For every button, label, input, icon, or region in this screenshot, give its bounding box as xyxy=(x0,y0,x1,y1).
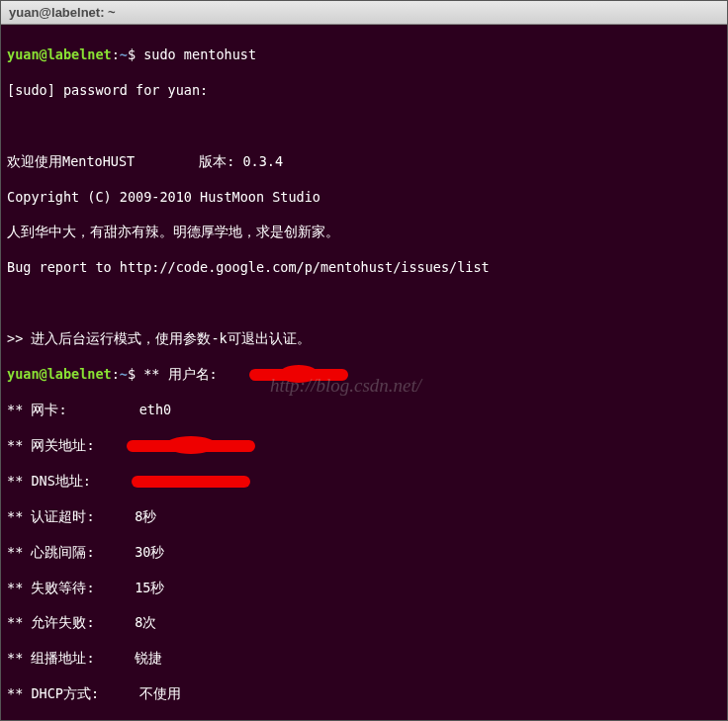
titlebar[interactable]: yuan@labelnet: ~ xyxy=(1,1,727,25)
failwait-value: 15秒 xyxy=(135,580,164,595)
nic-value: eth0 xyxy=(139,402,172,417)
window-title: yuan@labelnet: ~ xyxy=(9,5,116,20)
redacted-gateway xyxy=(127,440,255,452)
sudo-prompt: [sudo] password for yuan: xyxy=(7,82,721,100)
version-text: 版本: 0.3.4 xyxy=(199,153,283,169)
allowfail-value: 8次 xyxy=(135,614,156,630)
heartbeat-value: 30秒 xyxy=(135,544,164,560)
allowfail-label: ** 允许失败: xyxy=(7,614,95,630)
redacted-dns xyxy=(132,476,250,488)
nic-label: ** 网卡: xyxy=(7,402,67,417)
timeout-value: 8秒 xyxy=(135,508,156,524)
dhcp-value: 不使用 xyxy=(139,685,181,701)
welcome-text: 欢迎使用MentoHUST xyxy=(7,153,135,169)
copyright-text: Copyright (C) 2009-2010 HustMoon Studio xyxy=(7,189,721,207)
background-mode-text: >> 进入后台运行模式，使用参数-k可退出认证。 xyxy=(7,330,721,348)
terminal-body[interactable]: yuan@labelnet:~$ sudo mentohust [sudo] p… xyxy=(1,25,727,720)
gateway-label: ** 网关地址: xyxy=(7,437,95,453)
dns-label: ** DNS地址: xyxy=(7,473,91,489)
motto-text: 人到华中大，有甜亦有辣。明德厚学地，求是创新家。 xyxy=(7,224,721,241)
heartbeat-label: ** 心跳间隔: xyxy=(7,544,95,560)
prompt-user: yuan@labelnet xyxy=(7,46,112,62)
failwait-label: ** 失败等待: xyxy=(7,580,95,595)
multicast-value: 锐捷 xyxy=(135,650,162,666)
timeout-label: ** 认证超时: xyxy=(7,508,95,524)
user-label: ** 用户名: xyxy=(143,366,218,382)
prompt-path: ~ xyxy=(120,46,128,62)
terminal-window: yuan@labelnet: ~ yuan@labelnet:~$ sudo m… xyxy=(0,0,728,721)
command-text: sudo mentohust xyxy=(143,46,256,62)
bugreport-text: Bug report to http://code.google.com/p/m… xyxy=(7,259,721,277)
multicast-label: ** 组播地址: xyxy=(7,650,95,666)
redacted-username xyxy=(249,369,348,381)
dhcp-label: ** DHCP方式: xyxy=(7,685,99,701)
